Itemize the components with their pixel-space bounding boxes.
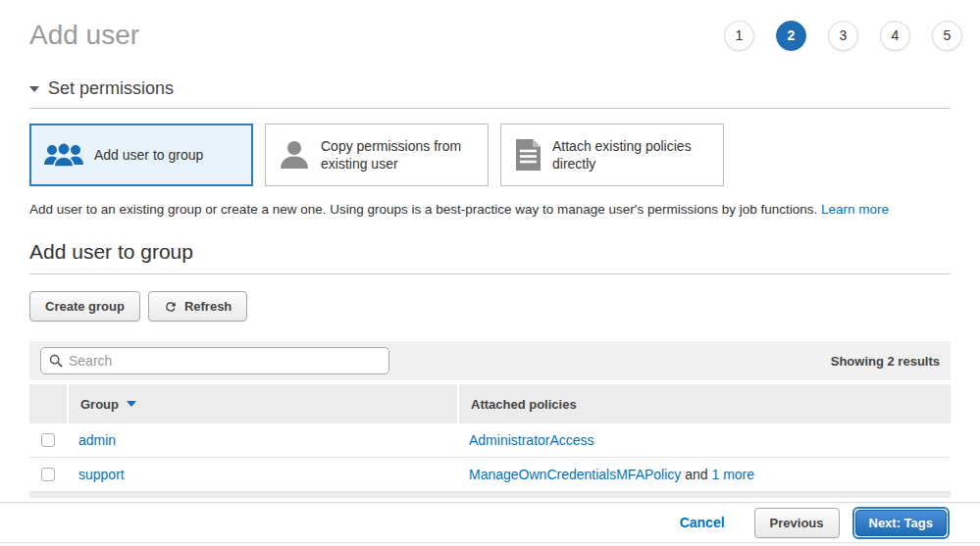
groups-table: Showing 2 results Group Attached policie… (29, 341, 951, 498)
table-toolbar: Showing 2 results (29, 341, 951, 380)
policy-link[interactable]: ManageOwnCredentialsMFAPolicy (469, 467, 681, 482)
refresh-icon (164, 300, 178, 314)
description-text: Add user to an existing group or create … (29, 202, 817, 217)
card-add-user-to-group[interactable]: Add user to group (29, 124, 253, 186)
row-checkbox[interactable] (41, 468, 55, 481)
refresh-button[interactable]: Refresh (148, 291, 247, 322)
select-all-header (29, 384, 67, 423)
group-actions: Create group Refresh (29, 291, 951, 322)
card-label: Add user to group (94, 146, 203, 164)
subsection-divider (29, 273, 951, 274)
section-title: Set permissions (48, 78, 174, 99)
user-icon (278, 139, 311, 171)
next-tags-button[interactable]: Next: Tags (855, 510, 948, 536)
card-attach-policies[interactable]: Attach existing policies directly (500, 124, 724, 186)
group-link[interactable]: support (78, 467, 125, 482)
add-user-to-group-title: Add user to group (29, 240, 951, 264)
previous-button[interactable]: Previous (754, 508, 840, 538)
table-row: support ManageOwnCredentialsMFAPolicy an… (29, 458, 951, 492)
and-text: and (685, 467, 707, 482)
create-group-button[interactable]: Create group (29, 291, 140, 322)
section-divider (29, 108, 951, 109)
collapse-caret-icon (29, 86, 39, 92)
table-header: Group Attached policies (29, 384, 951, 423)
group-icon (43, 141, 84, 169)
step-2-active[interactable]: 2 (776, 21, 806, 51)
policy-link[interactable]: AdministratorAccess (469, 432, 594, 448)
column-header-group[interactable]: Group (69, 384, 457, 423)
page-header: Add user 1 2 3 4 5 (29, 0, 951, 51)
step-1[interactable]: 1 (724, 21, 754, 51)
permission-option-cards: Add user to group Copy permissions from … (29, 124, 951, 186)
more-policies-link[interactable]: 1 more (711, 467, 754, 482)
cancel-link[interactable]: Cancel (680, 515, 725, 530)
next-button-focus-ring: Next: Tags (852, 507, 951, 539)
wizard-steps: 1 2 3 4 5 (724, 21, 962, 51)
set-permissions-toggle[interactable]: Set permissions (29, 78, 951, 99)
card-label: Copy permissions from existing user (321, 137, 476, 173)
search-icon (49, 354, 63, 368)
card-label: Attach existing policies directly (552, 137, 711, 173)
table-footer-strip (29, 492, 951, 498)
column-label: Attached policies (471, 397, 577, 412)
learn-more-link[interactable]: Learn more (821, 202, 889, 217)
refresh-label: Refresh (184, 299, 232, 314)
column-label: Group (80, 397, 119, 412)
table-row: admin AdministratorAccess (29, 423, 951, 458)
group-link[interactable]: admin (78, 432, 116, 448)
search-input[interactable] (69, 353, 381, 369)
step-3[interactable]: 3 (828, 21, 858, 51)
document-icon (513, 138, 542, 172)
row-checkbox[interactable] (41, 433, 55, 447)
search-box[interactable] (40, 347, 389, 374)
step-4[interactable]: 4 (880, 21, 910, 51)
results-count: Showing 2 results (831, 354, 940, 369)
step-5[interactable]: 5 (932, 21, 962, 51)
card-copy-permissions[interactable]: Copy permissions from existing user (265, 124, 489, 186)
page-title: Add user (29, 20, 139, 51)
section-description: Add user to an existing group or create … (29, 202, 951, 217)
wizard-footer: Cancel Previous Next: Tags (0, 502, 980, 543)
column-header-policies[interactable]: Attached policies (459, 384, 951, 423)
sort-desc-icon (127, 401, 136, 407)
